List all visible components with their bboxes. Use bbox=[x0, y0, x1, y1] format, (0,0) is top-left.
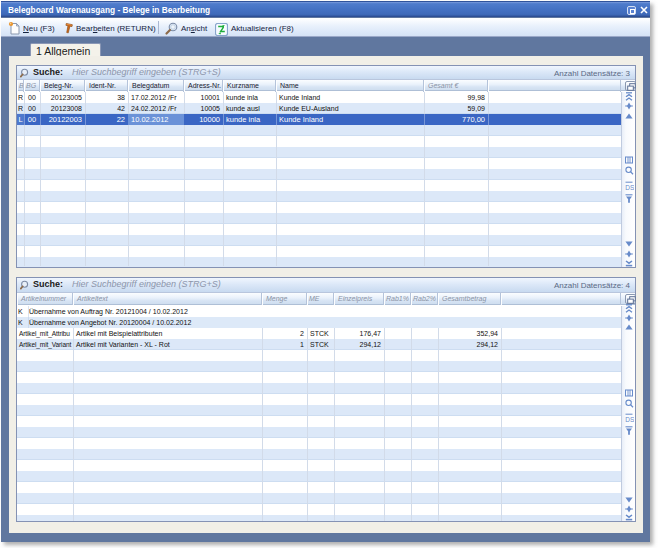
svg-text:DS: DS bbox=[625, 416, 634, 423]
svg-text:DS: DS bbox=[625, 184, 634, 191]
